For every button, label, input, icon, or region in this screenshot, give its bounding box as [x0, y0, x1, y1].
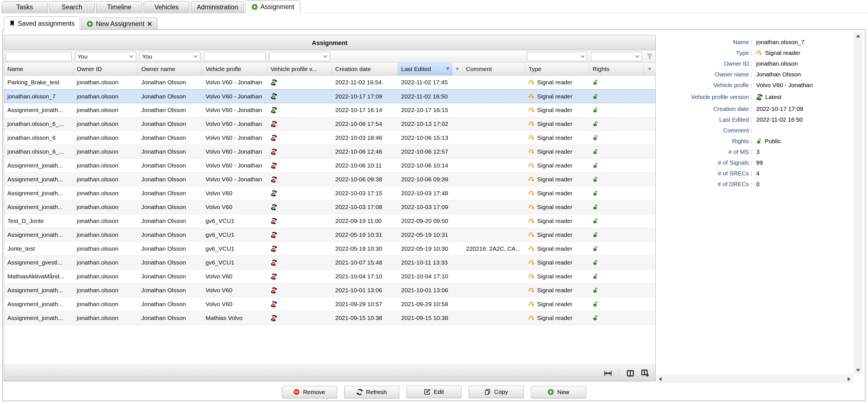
table-row[interactable]: MathiasAktivaMånd...jonathan.olssonJonat…	[4, 270, 655, 283]
column-header-creation-date[interactable]: Creation date	[332, 63, 398, 75]
table-row[interactable]: jonathan.olsson_6jonathan.olssonJonathan…	[4, 131, 655, 145]
sub-tab-new-assignment[interactable]: New Assignment	[81, 18, 157, 30]
sync-outdated-icon	[271, 315, 277, 322]
table-row[interactable]: Assignment_jonath...jonathan.olssonJonat…	[4, 159, 655, 173]
column-header-vehicle-profile[interactable]: Vehicle profle	[202, 63, 267, 75]
table-row[interactable]: Assignment_jonath...jonathan.olssonJonat…	[4, 311, 655, 325]
column-header-comment[interactable]: Comment	[463, 63, 525, 75]
column-header-last-edited[interactable]: Last Edited	[398, 63, 453, 75]
cell-text: Volvo V60 - Jonathan	[206, 148, 262, 155]
filter-select-type[interactable]	[527, 52, 587, 61]
main-tab-assignment[interactable]: Assignment	[245, 0, 300, 13]
column-header-vehicle-profile-version[interactable]: Vehicle profile v...	[267, 63, 332, 75]
detail-value-text: Jonathan Olsson	[756, 71, 801, 78]
sub-tab-label: Saved assignments	[18, 20, 75, 28]
cell-text: 2022-11-02 17:45	[401, 79, 447, 86]
main-tab-tasks[interactable]: Tasks	[2, 1, 48, 13]
table-row[interactable]: Test_D_Jontejonathan.olssonJonathan Olss…	[4, 214, 655, 228]
cell-owner-id: jonathan.olsson	[73, 75, 138, 89]
main-tab-administration[interactable]: Administration	[191, 1, 244, 13]
column-header-owner-id[interactable]: Owner ID	[73, 63, 138, 75]
column-header-owner-name[interactable]: Owner name	[138, 63, 202, 75]
table-row[interactable]: Assignment_jonath...jonathan.olssonJonat…	[4, 297, 655, 311]
cell-vehicle-profile: gv6_VCU1	[202, 242, 267, 256]
cell-text: 2022-10-03 17:48	[401, 190, 448, 197]
cell-text: Volvo V60 - Jonathan	[206, 93, 262, 100]
main-tab-vehicles[interactable]: Vehicles	[144, 1, 189, 13]
menu-down-icon[interactable]	[648, 68, 651, 70]
table-row[interactable]: Assignment_gvestl...jonathan.olssonJonat…	[4, 256, 655, 270]
cell-sort-menu	[453, 187, 463, 200]
cell-text: 2022-11-02 16:50	[401, 93, 447, 100]
cell-comment: 220216: 2A2C, CA...	[463, 242, 525, 256]
cell-creation-date: 2022-10-03 17:08	[332, 200, 398, 214]
funnel-icon[interactable]	[647, 53, 653, 60]
column-header-rights[interactable]: Rights	[589, 63, 644, 75]
column-header-type[interactable]: Type	[525, 63, 589, 75]
scroll-down-icon[interactable]	[856, 368, 861, 372]
new-button[interactable]: New	[531, 386, 586, 398]
table-row[interactable]: jonathan.olsson_6_...jonathan.olssonJona…	[4, 117, 655, 131]
filter-select-vehicle-profile-version[interactable]	[269, 52, 330, 61]
scroll-left-icon[interactable]	[658, 376, 662, 382]
cell-text: Jonathan Olsson	[141, 190, 186, 197]
remove-button[interactable]: Remove	[282, 386, 337, 398]
cell-type: Signal reader	[525, 131, 589, 144]
details-vertical-scrollbar[interactable]	[854, 32, 863, 374]
plus-circle-icon	[251, 4, 258, 10]
table-row[interactable]: Assignment_jonath...jonathan.olssonJonat…	[4, 200, 655, 214]
minus-circle-icon	[293, 389, 300, 395]
detail-value-text: 2022-10-17 17:09	[756, 105, 803, 112]
copy-button[interactable]: Copy	[469, 385, 524, 398]
filter-input-vehicle-profile[interactable]	[204, 52, 266, 61]
cell-owner-name: Jonathan Olsson	[138, 242, 202, 256]
column-header-sort-menu[interactable]	[453, 63, 463, 75]
cell-creation-date: 2021-10-07 15:48	[332, 256, 398, 269]
table-row[interactable]: Assignment_jonath...jonathan.olssonJonat…	[4, 228, 655, 242]
columns-add-icon[interactable]	[641, 369, 649, 377]
sub-tab-saved-assignments[interactable]: Saved assignments	[4, 16, 80, 30]
main-tab-timeline[interactable]: Timeline	[96, 1, 142, 13]
cell-name: Parking_Brake_test	[4, 75, 73, 89]
filter-select-owner-id[interactable]: You	[75, 52, 136, 61]
cell-creation-date: 2022-10-17 16:14	[332, 103, 398, 117]
cell-last-edited: 2022-05-19 10:30	[398, 242, 453, 256]
cell-owner-name: Jonathan Olsson	[138, 173, 202, 186]
fit-width-icon[interactable]	[604, 370, 612, 376]
column-header-name[interactable]: Name	[4, 63, 73, 75]
cell-vehicle-profile-version	[267, 103, 332, 117]
cell-text: Jonathan Olsson	[141, 93, 186, 100]
main-tab-search[interactable]: Search	[49, 1, 95, 13]
column-header-filter-menu[interactable]	[644, 63, 656, 75]
scroll-up-icon[interactable]	[856, 34, 861, 38]
filter-select-rights[interactable]	[591, 52, 642, 61]
cell-filter-menu	[644, 270, 656, 283]
table-row[interactable]: jonathan.olsson_6_...jonathan.olssonJona…	[4, 145, 655, 159]
edit-button[interactable]: Edit	[407, 385, 461, 398]
columns-icon[interactable]	[627, 370, 634, 376]
cell-text: Signal reader	[537, 245, 572, 252]
sync-outdated-icon	[271, 245, 277, 252]
cell-text: jonathan.olsson	[77, 148, 118, 155]
cell-text: 2022-10-06 12:57	[401, 148, 448, 155]
cell-vehicle-profile: Volvo V60 - Jonathan	[202, 159, 267, 172]
table-row[interactable]: jonathan.olsson_7jonathan.olssonJonathan…	[4, 90, 655, 103]
cell-comment	[463, 75, 525, 89]
filter-input-name[interactable]	[6, 52, 72, 61]
menu-down-icon[interactable]	[456, 68, 459, 70]
close-icon[interactable]	[147, 22, 152, 26]
filter-select-owner-name[interactable]: You	[140, 52, 200, 61]
cell-text: jonathan.olsson	[77, 93, 118, 100]
refresh-button[interactable]: Refresh	[344, 386, 399, 398]
table-row[interactable]: Jonte_testjonathan.olssonJonathan Olsson…	[4, 242, 655, 256]
table-row[interactable]: Assignment_jonath...jonathan.olssonJonat…	[4, 187, 655, 200]
details-horizontal-scrollbar[interactable]	[656, 375, 853, 383]
scroll-right-icon[interactable]	[847, 376, 851, 382]
table-row[interactable]: Parking_Brake_testjonathan.olssonJonatha…	[4, 75, 655, 90]
sync-outdated-icon	[271, 218, 277, 224]
cell-vehicle-profile: Volvo V60	[202, 187, 267, 200]
table-row[interactable]: Assignment_jonath...jonathan.olssonJonat…	[4, 103, 655, 117]
table-row[interactable]: Assignment_jonath...jonathan.olssonJonat…	[4, 283, 655, 297]
detail-value: Public	[756, 138, 781, 144]
table-row[interactable]: Assignment_jonath...jonathan.olssonJonat…	[4, 173, 655, 187]
